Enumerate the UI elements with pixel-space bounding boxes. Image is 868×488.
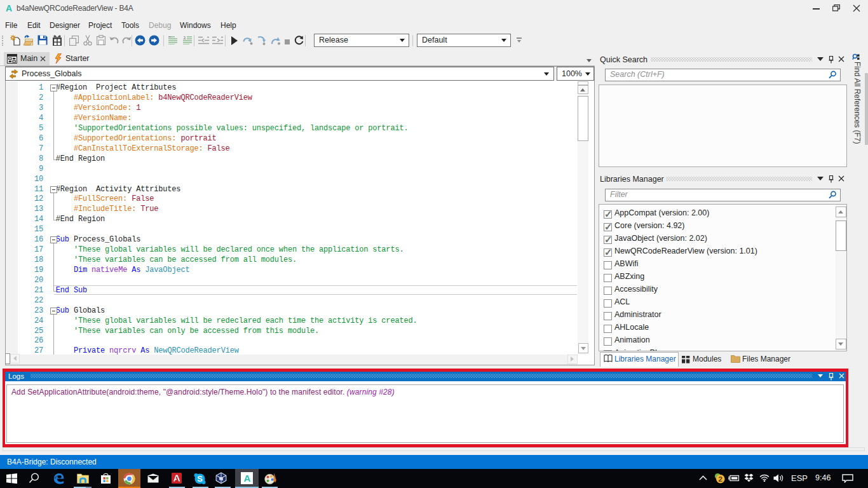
- svg-text:S: S: [197, 474, 203, 484]
- svg-text:2: 2: [719, 475, 722, 483]
